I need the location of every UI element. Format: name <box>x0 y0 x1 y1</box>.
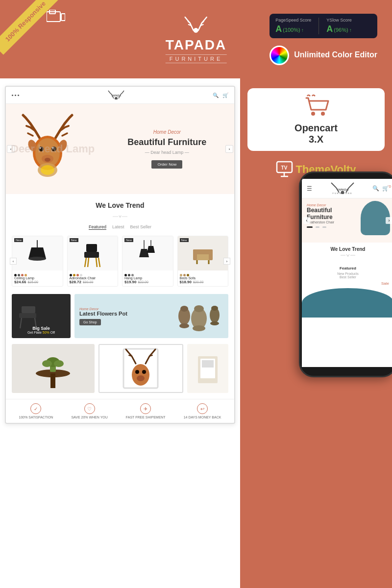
svg-text:TAPADA: TAPADA <box>336 188 348 191</box>
save-icon: ♡ <box>84 403 95 414</box>
bottom-card-extra <box>187 344 228 393</box>
desktop-preview: TAPADA 🔍🛒 ‹ Deer head Lamp <box>0 78 240 588</box>
product-name: Hang Lamp <box>124 276 171 280</box>
svg-point-13 <box>45 158 50 162</box>
svg-point-3 <box>194 28 198 33</box>
svg-rect-21 <box>86 244 97 252</box>
tab-bestseller[interactable]: Best Seller <box>130 224 152 230</box>
tab-latest[interactable]: Latest <box>112 224 124 230</box>
hero-text-area: Home Decor Beautiful Furniture — Dear he… <box>110 129 224 169</box>
right-badges: PageSpeed Score A (100%) ↑ YSlow Score A… <box>270 14 377 65</box>
svg-rect-22 <box>84 252 99 258</box>
new-badge: New <box>180 238 189 242</box>
product-name: Ceiling Lamp <box>14 276 61 280</box>
product-price: $18.90 <box>180 280 192 284</box>
product-old-price: $30.00 <box>83 280 93 284</box>
satisfaction-icon: ✓ <box>30 403 41 414</box>
promo-dark-text: Big Sale Get Flate 50% Off <box>27 326 55 334</box>
product-name: Beds Sofa <box>180 276 226 280</box>
svg-point-57 <box>132 364 149 386</box>
svg-marker-30 <box>147 246 155 253</box>
product-img-hang-lamp: New <box>122 236 173 270</box>
svg-rect-51 <box>50 373 55 388</box>
svg-line-25 <box>88 258 89 267</box>
product-old-price: $25.00 <box>27 280 38 284</box>
product-img-sofa: New <box>178 236 228 270</box>
svg-text:TV: TV <box>281 165 288 171</box>
pagespeed-badge: PageSpeed Score A (100%) ↑ YSlow Score A… <box>270 14 377 38</box>
svg-point-46 <box>193 325 205 331</box>
opencart-title: Opencart <box>257 122 375 134</box>
svg-rect-33 <box>193 249 197 260</box>
product-img-chair: New <box>68 236 118 270</box>
products-section-title: We Love Trend <box>12 201 228 209</box>
pagespeed-value: A <box>275 24 282 34</box>
bottom-section <box>6 344 234 399</box>
phone-logo: TAPADA FURNITURE <box>325 182 360 195</box>
svg-point-20 <box>28 257 46 261</box>
hero-arrow-right[interactable]: › <box>225 145 233 153</box>
svg-point-64 <box>311 112 315 116</box>
product-img-ceiling-lamp: New <box>12 236 63 270</box>
brand-name-text: TAPADA <box>166 37 227 53</box>
footer-satisfaction: ✓ 100% SATISFACTION <box>19 403 53 419</box>
products-arrow-right[interactable]: › <box>223 258 230 265</box>
product-info-chair: Adirondack Chair $28.72$30.00 <box>68 270 118 286</box>
svg-line-39 <box>20 318 22 328</box>
promo-light-banner[interactable]: Home Decor Latest Flowers Pot Go Shop <box>74 294 228 338</box>
products-arrow-left[interactable]: ‹ <box>10 258 17 265</box>
phone-bottom-visual <box>302 288 392 318</box>
shop-now-button[interactable]: Go Shop <box>79 319 101 325</box>
pagespeed-score: PageSpeed Score A (100%) ↑ <box>275 18 311 34</box>
opencart-version: 3.X <box>257 134 375 145</box>
svg-point-58 <box>135 370 139 374</box>
footer-shipping: ✈ FAST FREE SHIPEMENT <box>126 403 166 419</box>
footer-save-text: SAVE 20% WHEN YOU <box>71 416 107 419</box>
footer-satisfaction-text: 100% SATISFACTION <box>19 416 53 419</box>
phone-arrow-left[interactable]: ‹ <box>303 217 310 224</box>
svg-point-42 <box>180 306 188 312</box>
svg-point-4 <box>115 97 118 99</box>
returns-icon: ↩ <box>197 403 208 414</box>
svg-point-55 <box>54 360 64 367</box>
pagespeed-pct: (100%) <box>283 27 300 33</box>
footer-returns: ↩ 14 DAYS MONEY BACK <box>184 403 221 419</box>
new-badge: New <box>124 238 133 242</box>
yslow-label: YSlow Score <box>326 18 352 23</box>
hero-divider: — Dear head Lamp — <box>110 150 224 155</box>
phone-arrow-right[interactable]: › <box>386 217 392 224</box>
store-header: TAPADA 🔍🛒 <box>6 87 234 104</box>
hero-watermark: Deer head Lamp <box>11 143 95 155</box>
new-badge: New <box>70 238 78 242</box>
phone-tab-new[interactable]: New Products <box>302 272 392 275</box>
svg-point-43 <box>179 323 189 328</box>
products-section: We Love Trend Featured Latest Best Selle… <box>6 194 234 294</box>
phone-notch <box>333 173 363 179</box>
phone-tab-best[interactable]: Best Seller <box>302 275 392 279</box>
svg-text:FURNITURE: FURNITURE <box>332 192 352 194</box>
product-card-chair[interactable]: New <box>67 236 119 287</box>
promo-light-title: Latest Flowers Pot <box>79 311 174 317</box>
yslow-value: A <box>326 24 333 34</box>
tab-featured[interactable]: Featured <box>89 224 106 230</box>
antler-decoration <box>166 16 227 36</box>
product-card-sofa[interactable]: New <box>177 236 229 287</box>
store-header-icons: 🔍🛒 <box>213 93 228 98</box>
phone-we-love-title: We Love Trend <box>306 246 390 252</box>
menu-dots <box>12 95 19 96</box>
product-card-hang-lamp[interactable]: New <box>122 236 173 287</box>
product-card-ceiling-lamp[interactable]: New <box>12 236 63 287</box>
product-tabs: Featured Latest Best Seller <box>12 224 228 230</box>
opencart-badge: Opencart 3.X <box>247 88 385 151</box>
pagespeed-label: PageSpeed Score <box>275 18 311 23</box>
svg-point-15 <box>41 165 54 175</box>
svg-line-23 <box>85 258 86 267</box>
svg-line-24 <box>98 258 100 267</box>
svg-point-60 <box>137 375 145 381</box>
brand-subtitle: FURNITURE <box>166 54 227 63</box>
phone-tab-featured[interactable]: Featured <box>302 266 392 270</box>
promo-light-subtitle: Home Decor <box>79 307 174 311</box>
hero-cta-button[interactable]: Order Now <box>151 160 182 169</box>
promo-dark-banner[interactable]: Big Sale Get Flate 50% Off <box>12 294 71 338</box>
phone-screen: ☰ TAPADA FURNITURE 🔍 🛒0 Home Decor Beaut… <box>302 179 392 367</box>
